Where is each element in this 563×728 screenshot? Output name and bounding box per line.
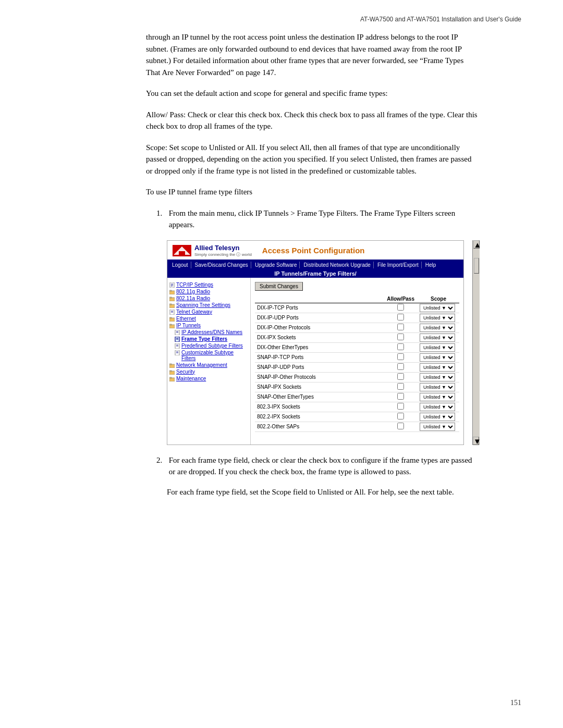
scope-select-9[interactable]: Unlisted ▼ All [420, 393, 455, 401]
nav-logout[interactable]: Logout [169, 262, 191, 268]
row-label-9: SNAP-Other EtherTypes [255, 392, 384, 402]
scope-select-10[interactable]: Unlisted ▼ All [420, 403, 455, 411]
table-row: SNAP-IPX Sockets Unlisted ▼ All [255, 382, 459, 392]
sidebar-item-maintenance[interactable]: Maintenance [169, 376, 248, 381]
row-check-9[interactable] [384, 392, 418, 402]
row-label-3: DIX-IPX Sockets [255, 332, 384, 342]
checkbox-6[interactable] [397, 363, 404, 370]
row-check-12[interactable] [384, 422, 418, 431]
scope-select-3[interactable]: Unlisted ▼ All [420, 334, 455, 342]
sidebar-item-frametypefilters[interactable]: Frame Type Filters [169, 336, 248, 342]
scope-select-2[interactable]: Unlisted ▼ All [420, 324, 455, 332]
row-check-5[interactable] [384, 352, 418, 362]
checkbox-0[interactable] [397, 304, 404, 311]
scope-select-4[interactable]: Unlisted ▼ All [420, 343, 455, 352]
step-2-extra: For each frame type field, set the Scope… [167, 486, 480, 498]
row-label-8: SNAP-IPX Sockets [255, 382, 384, 392]
row-check-0[interactable] [384, 303, 418, 313]
row-check-6[interactable] [384, 362, 418, 372]
checkbox-8[interactable] [397, 383, 404, 390]
paragraph-1: through an IP tunnel by the root access … [146, 31, 480, 78]
sidebar-item-customizable[interactable]: Customizable Subtype Filters [169, 350, 248, 361]
row-check-7[interactable] [384, 372, 418, 382]
scope-select-7[interactable]: Unlisted ▼ All [420, 373, 455, 381]
sidebar-item-spanning[interactable]: Spanning Tree Settings [169, 302, 248, 308]
scope-select-0[interactable]: Unlisted ▼ All [420, 304, 455, 312]
sidebar-label-frametypefilters: Frame Type Filters [181, 336, 227, 342]
scope-select-6[interactable]: Unlisted ▼ All [420, 363, 455, 372]
submit-changes-button[interactable]: Submit Changes [255, 282, 303, 291]
table-row: SNAP-IP-UDP Ports Unlisted ▼ All [255, 362, 459, 372]
scope-select-5[interactable]: Unlisted ▼ All [420, 353, 455, 362]
row-scope-12[interactable]: Unlisted ▼ All [418, 422, 459, 431]
scrollbar-thumb[interactable] [474, 258, 479, 274]
checkbox-12[interactable] [397, 423, 404, 429]
sidebar-item-ipaddresses[interactable]: IP Addresses/DNS Names [169, 329, 248, 335]
col-header-label [255, 295, 384, 303]
sidebar-item-ethernet[interactable]: Ethernet [169, 316, 248, 322]
row-scope-10[interactable]: Unlisted ▼ All [418, 402, 459, 412]
scope-select-12[interactable]: Unlisted ▼ All [420, 423, 455, 431]
table-row: DIX-IP-TCP Ports Unlisted ▼ All [255, 303, 459, 313]
row-scope-4[interactable]: Unlisted ▼ All [418, 342, 459, 352]
row-scope-1[interactable]: Unlisted ▼ All [418, 313, 459, 323]
ss-breadcrumb: IP Tunnels/Frame Type Filters/ [167, 269, 463, 278]
row-scope-3[interactable]: Unlisted ▼ All [418, 332, 459, 342]
row-check-10[interactable] [384, 402, 418, 412]
checkbox-5[interactable] [397, 353, 404, 360]
row-check-4[interactable] [384, 342, 418, 352]
scrollbar-down[interactable]: ▼ [473, 437, 479, 445]
checkbox-7[interactable] [397, 373, 404, 380]
svg-rect-2 [179, 251, 185, 255]
table-row: SNAP-IP-Other Protocols Unlisted ▼ All [255, 372, 459, 382]
scope-select-11[interactable]: Unlisted ▼ All [420, 413, 455, 421]
row-check-2[interactable] [384, 323, 418, 332]
svg-rect-10 [169, 297, 172, 298]
row-scope-7[interactable]: Unlisted ▼ All [418, 372, 459, 382]
row-check-1[interactable] [384, 313, 418, 323]
sidebar-item-80211a[interactable]: 802.11a Radio [169, 295, 248, 301]
checkbox-3[interactable] [397, 334, 404, 340]
sidebar-item-telnet[interactable]: Telnet Gateway [169, 309, 248, 315]
row-label-12: 802.2-Other SAPs [255, 422, 384, 431]
sidebar-item-security[interactable]: Security [169, 369, 248, 375]
row-label-0: DIX-IP-TCP Ports [255, 303, 384, 313]
nav-save[interactable]: Save/Discard Changes [192, 262, 251, 268]
nav-help[interactable]: Help [423, 262, 439, 268]
checkbox-10[interactable] [397, 403, 404, 410]
doc-icon-2 [169, 310, 175, 315]
row-check-11[interactable] [384, 412, 418, 422]
sidebar-item-netmgmt[interactable]: Network Management [169, 362, 248, 368]
row-scope-11[interactable]: Unlisted ▼ All [418, 412, 459, 422]
nav-upgrade[interactable]: Upgrade Software [252, 262, 300, 268]
checkbox-4[interactable] [397, 343, 404, 350]
sidebar-item-tcpip[interactable]: TCP/IP Settings [169, 282, 248, 288]
folder-icon-6 [169, 363, 175, 368]
row-scope-5[interactable]: Unlisted ▼ All [418, 352, 459, 362]
checkbox-11[interactable] [397, 413, 404, 419]
nav-file-import[interactable]: File Import/Export [375, 262, 422, 268]
checkbox-9[interactable] [397, 393, 404, 400]
row-label-6: SNAP-IP-UDP Ports [255, 362, 384, 372]
row-scope-8[interactable]: Unlisted ▼ All [418, 382, 459, 392]
scope-select-1[interactable]: Unlisted ▼ All [420, 314, 455, 322]
scrollbar[interactable]: ▲ ▼ [472, 240, 480, 445]
row-scope-2[interactable]: Unlisted ▼ All [418, 323, 459, 332]
nav-distributed[interactable]: Distributed Network Upgrade [301, 262, 373, 268]
folder-icon-4 [169, 316, 175, 322]
checkbox-2[interactable] [397, 324, 404, 330]
scope-select-8[interactable]: Unlisted ▼ All [420, 383, 455, 391]
row-scope-0[interactable]: Unlisted ▼ All [418, 303, 459, 313]
table-row: DIX-IPX Sockets Unlisted ▼ All [255, 332, 459, 342]
scrollbar-up[interactable]: ▲ [473, 240, 480, 249]
row-scope-6[interactable]: Unlisted ▼ All [418, 362, 459, 372]
checkbox-1[interactable] [397, 314, 404, 320]
row-scope-9[interactable]: Unlisted ▼ All [418, 392, 459, 402]
ss-sidebar: TCP/IP Settings 802.11g Radio 802.11a Ra… [167, 278, 251, 445]
sidebar-item-80211g[interactable]: 802.11g Radio [169, 289, 248, 294]
sidebar-item-predefined[interactable]: Predefined Subtype Filters [169, 343, 248, 349]
row-check-8[interactable] [384, 382, 418, 392]
sidebar-label-telnet: Telnet Gateway [176, 309, 212, 315]
sidebar-item-iptunnels[interactable]: IP Tunnels [169, 323, 248, 328]
row-check-3[interactable] [384, 332, 418, 342]
